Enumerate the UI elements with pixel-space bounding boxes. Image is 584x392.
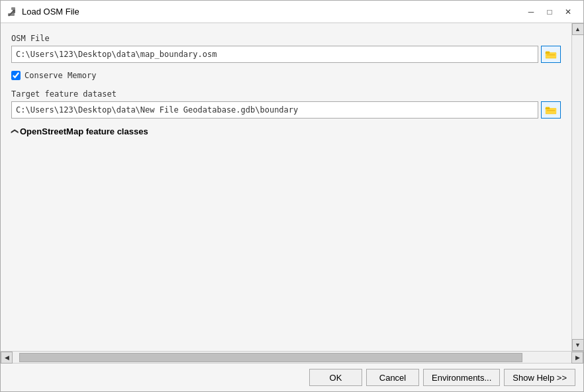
window-icon xyxy=(7,7,18,17)
collapse-icon[interactable]: ❯ xyxy=(10,128,19,134)
osm-file-input[interactable] xyxy=(11,46,538,63)
button-row: OK Cancel Environments... Show Help >> xyxy=(1,364,583,391)
maximize-button[interactable]: □ xyxy=(541,5,558,19)
environments-button[interactable]: Environments... xyxy=(423,369,500,386)
title-bar-controls: ─ □ ✕ xyxy=(522,5,577,19)
load-osm-dialog: Load OSM File ─ □ ✕ OSM File xyxy=(0,0,584,392)
conserve-memory-label: Conserve Memory xyxy=(24,71,96,80)
folder-open-icon-2 xyxy=(545,105,557,115)
title-bar-left: Load OSM File xyxy=(7,7,79,17)
scroll-left-arrow[interactable]: ◀ xyxy=(1,352,13,364)
target-section: Target feature dataset xyxy=(11,89,561,119)
svg-rect-7 xyxy=(546,52,550,54)
scroll-track-horizontal[interactable] xyxy=(13,352,571,363)
show-help-button[interactable]: Show Help >> xyxy=(504,369,575,386)
vertical-scrollbar[interactable]: ▲ ▼ xyxy=(571,23,583,351)
osm-file-input-row xyxy=(11,46,561,63)
cancel-button[interactable]: Cancel xyxy=(366,369,419,386)
folder-open-icon xyxy=(545,49,557,60)
svg-rect-12 xyxy=(546,107,550,109)
target-input[interactable] xyxy=(11,101,538,119)
scroll-down-arrow[interactable]: ▼ xyxy=(572,339,584,351)
target-input-row xyxy=(11,101,561,119)
ok-button[interactable]: OK xyxy=(309,369,362,386)
minimize-button[interactable]: ─ xyxy=(522,5,540,19)
bottom-bar: ◀ ▶ OK Cancel Environments... Show Help … xyxy=(1,351,583,391)
scroll-thumb-horizontal[interactable] xyxy=(19,353,522,362)
main-content: OSM File xyxy=(1,23,571,351)
conserve-memory-checkbox[interactable] xyxy=(11,71,21,80)
window-title: Load OSM File xyxy=(22,7,79,17)
osm-file-section: OSM File xyxy=(11,34,561,63)
target-label: Target feature dataset xyxy=(11,89,561,99)
close-button[interactable]: ✕ xyxy=(560,5,577,19)
osm-section-title: OpenStreetMap feature classes xyxy=(20,126,148,136)
svg-rect-2 xyxy=(11,7,15,10)
scroll-track-vertical[interactable] xyxy=(572,35,583,339)
horizontal-scrollbar[interactable]: ◀ ▶ xyxy=(1,352,583,364)
scroll-right-arrow[interactable]: ▶ xyxy=(571,352,583,364)
conserve-memory-row: Conserve Memory xyxy=(11,71,561,80)
scroll-up-arrow[interactable]: ▲ xyxy=(572,23,584,35)
content-area: OSM File xyxy=(1,23,583,351)
osm-file-browse-button[interactable] xyxy=(541,46,561,63)
title-bar: Load OSM File ─ □ ✕ xyxy=(1,1,583,23)
target-browse-button[interactable] xyxy=(541,101,561,119)
osm-feature-classes-area xyxy=(11,142,561,327)
osm-file-label: OSM File xyxy=(11,34,561,43)
osm-section-header: ❯ OpenStreetMap feature classes xyxy=(11,126,561,136)
